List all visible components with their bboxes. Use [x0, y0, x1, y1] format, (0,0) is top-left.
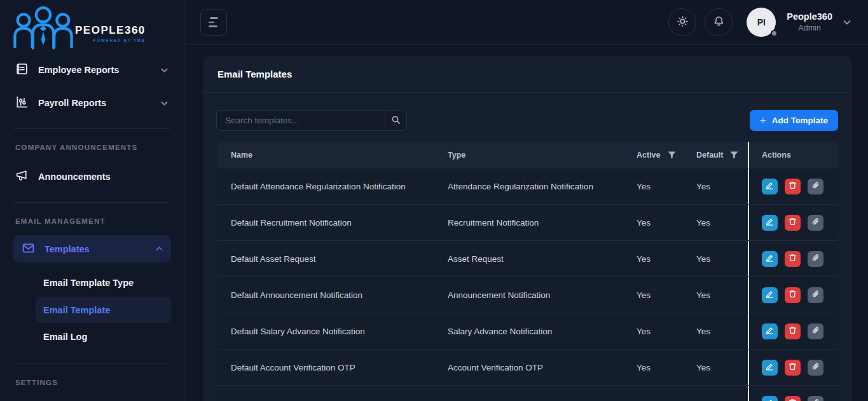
edit-icon	[766, 217, 774, 228]
template-name-cell: Default Asset Request	[217, 241, 448, 276]
trash-icon	[789, 290, 797, 300]
template-type-cell: Salary Advance Notification	[448, 313, 637, 349]
template-default-cell: Yes	[696, 313, 748, 349]
paperclip-icon	[811, 362, 820, 372]
megaphone-icon	[15, 169, 29, 184]
sidebar-section-settings: SETTINGS	[0, 373, 184, 395]
attach-button[interactable]	[808, 179, 823, 194]
delete-button[interactable]	[785, 287, 801, 303]
search-group	[216, 110, 407, 131]
chevron-down-icon	[160, 66, 169, 74]
template-default-cell: Yes	[696, 205, 748, 240]
theme-toggle-button[interactable]	[668, 8, 696, 36]
filter-icon[interactable]	[730, 151, 738, 159]
attach-button[interactable]	[808, 360, 823, 376]
submenu-item[interactable]: Email Template	[36, 297, 171, 323]
trash-icon	[789, 181, 797, 191]
search-input[interactable]	[217, 111, 385, 130]
sidebar-item-employee-reports[interactable]: Employee Reports	[0, 53, 184, 86]
chevron-down-icon	[160, 99, 169, 107]
brand-tagline: POWERED BY TMB	[75, 38, 146, 43]
user-name: People360	[787, 11, 832, 23]
edit-button[interactable]	[762, 396, 778, 401]
status-dot	[771, 30, 778, 37]
paperclip-icon	[811, 326, 820, 336]
edit-icon	[766, 290, 774, 300]
template-default-cell: Yes	[696, 241, 748, 276]
attach-button[interactable]	[808, 287, 823, 303]
page-content: Email Templates	[184, 45, 868, 401]
edit-button[interactable]	[762, 215, 778, 231]
edit-button[interactable]	[762, 323, 778, 339]
table-row: Default Salary Advance Notification Sala…	[217, 313, 838, 350]
template-type-cell	[448, 386, 637, 401]
edit-button[interactable]	[762, 360, 778, 376]
payroll-reports-icon	[15, 95, 29, 111]
column-header-label: Default	[696, 151, 723, 160]
column-header-type: Type	[448, 142, 637, 168]
sidebar-item-announcements[interactable]: Announcements	[0, 160, 184, 193]
row-actions-cell	[748, 386, 838, 401]
paperclip-icon	[811, 181, 820, 191]
main-area: PI People360 Admin Email Templates	[184, 0, 868, 401]
edit-icon	[766, 326, 774, 336]
user-avatar[interactable]: PI	[747, 8, 776, 37]
menu-icon	[210, 17, 218, 19]
sidebar: PEOPLE360 POWERED BY TMB Employee Report…	[0, 0, 184, 401]
template-name-cell	[217, 386, 448, 401]
template-active-cell: Yes	[637, 205, 696, 240]
trash-icon	[789, 362, 797, 372]
sidebar-section-email-management: EMAIL MANAGEMENT	[0, 212, 184, 234]
edit-button[interactable]	[762, 251, 778, 267]
notifications-button[interactable]	[705, 8, 733, 36]
column-header-label: Active	[637, 151, 661, 160]
template-type-cell: Account Verification OTP	[448, 350, 637, 385]
delete-button[interactable]	[785, 215, 801, 231]
sidebar-divider	[14, 364, 170, 364]
column-header-name: Name	[217, 142, 448, 168]
attach-button[interactable]	[808, 396, 823, 401]
trash-icon	[789, 254, 797, 264]
sidebar-item-label: Payroll Reports	[38, 98, 106, 108]
delete-button[interactable]	[785, 179, 801, 194]
sidebar-item-label: Announcements	[38, 172, 111, 182]
attach-button[interactable]	[808, 251, 823, 267]
submenu-item[interactable]: Email Log	[0, 323, 184, 351]
plus-icon: +	[760, 115, 766, 126]
trash-icon	[789, 217, 797, 228]
template-active-cell: Yes	[637, 313, 696, 349]
sidebar-item-templates[interactable]: Templates	[13, 235, 171, 262]
delete-button[interactable]	[785, 396, 801, 401]
sidebar-divider	[14, 128, 170, 129]
row-actions-cell	[748, 168, 838, 204]
user-menu[interactable]: People360 Admin	[787, 11, 832, 33]
templates-submenu: Email Template Type Email Template Email…	[0, 266, 184, 355]
search-button[interactable]	[385, 111, 406, 130]
delete-button[interactable]	[785, 360, 801, 376]
template-active-cell: Yes	[637, 350, 696, 385]
trash-icon	[789, 326, 797, 336]
delete-button[interactable]	[785, 251, 801, 267]
column-header-active: Active	[637, 142, 696, 168]
header-controls: PI People360 Admin	[668, 8, 852, 37]
add-template-button[interactable]: + Add Template	[750, 110, 838, 131]
table-row: Default Announcement Notification Announ…	[217, 277, 838, 313]
template-type-cell: Attendance Regularization Notification	[448, 168, 637, 204]
template-default-cell: Yes	[696, 168, 748, 204]
chevron-down-icon[interactable]	[842, 17, 852, 27]
sun-icon	[677, 15, 689, 29]
delete-button[interactable]	[785, 323, 801, 339]
sidebar-item-label: Employee Reports	[38, 65, 119, 75]
edit-button[interactable]	[762, 287, 778, 303]
template-active-cell: Yes	[637, 277, 696, 313]
paperclip-icon	[811, 254, 820, 264]
filter-icon[interactable]	[668, 151, 676, 159]
sidebar-item-payroll-reports[interactable]: Payroll Reports	[0, 86, 184, 119]
menu-toggle-button[interactable]	[200, 9, 227, 36]
edit-button[interactable]	[762, 179, 778, 194]
sidebar-divider	[14, 202, 170, 203]
attach-button[interactable]	[808, 323, 823, 339]
attach-button[interactable]	[808, 215, 823, 231]
template-active-cell: Yes	[637, 168, 696, 204]
submenu-item[interactable]: Email Template Type	[0, 269, 184, 297]
